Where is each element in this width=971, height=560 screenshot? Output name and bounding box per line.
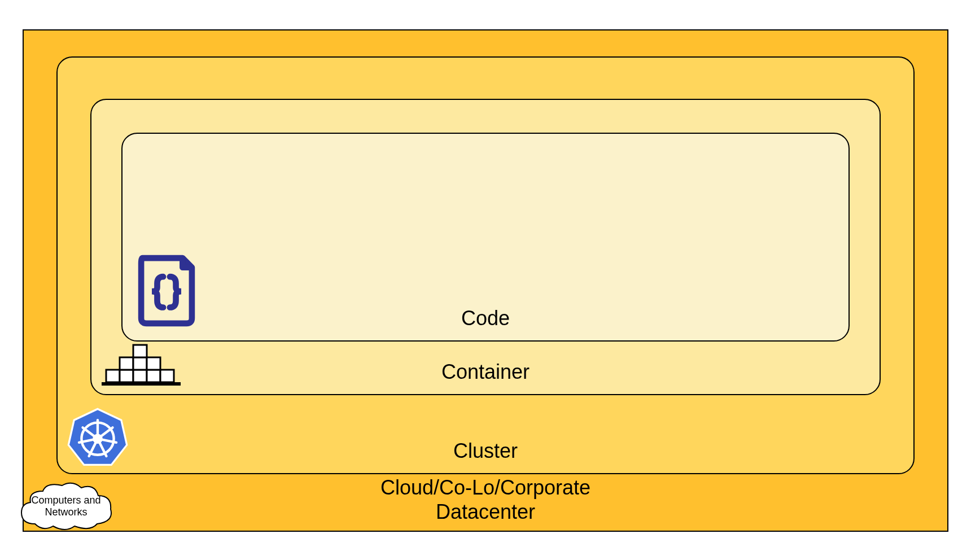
svg-rect-8 [133,345,147,357]
layer-label-code: Code [123,306,848,330]
svg-rect-0 [106,370,120,382]
code-file-icon [133,254,200,327]
layer-label-cluster: Cluster [58,439,913,463]
docker-containers-icon [102,342,181,392]
diagram-canvas: Cloud/Co-Lo/Corporate Datacenter Cluster… [0,0,971,560]
svg-rect-2 [133,370,147,382]
layer-code: Code [121,133,850,342]
svg-rect-7 [147,357,160,370]
svg-rect-4 [160,370,174,382]
svg-rect-5 [120,357,133,370]
cloud-caption: Computers and Networks [21,495,111,518]
layer-label-container: Container [91,360,880,384]
cloud-icon: Computers and Networks [18,480,114,533]
svg-rect-6 [133,357,147,370]
svg-rect-1 [120,370,133,382]
svg-rect-3 [147,370,160,382]
kubernetes-icon [67,406,129,469]
layer-label-datacenter: Cloud/Co-Lo/Corporate Datacenter [24,475,947,524]
